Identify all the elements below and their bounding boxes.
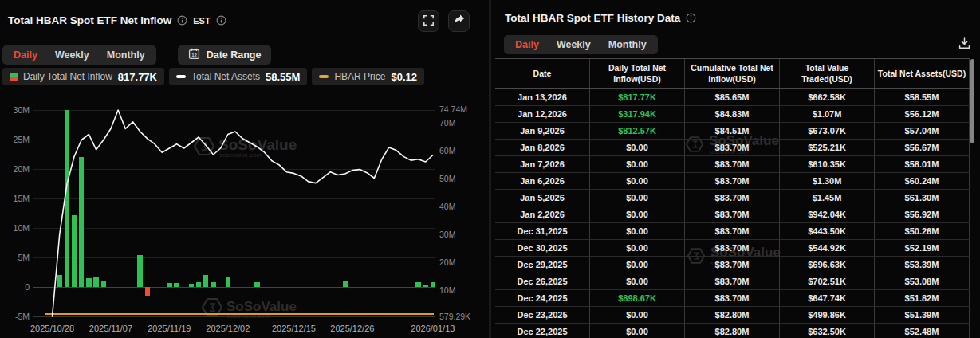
value-cell: $83.70M [685,290,780,306]
date-cell: Jan 8,2026 [495,140,590,155]
value-cell: $53.39M [875,257,970,273]
tab-daily[interactable]: Daily [506,35,548,54]
svg-text:-5M: -5M [15,312,30,321]
svg-text:2026/01/13: 2026/01/13 [411,324,455,333]
history-table-panel: Total HBAR Spot ETF History Data Daily W… [491,0,980,338]
value-cell: $1.45M [780,190,875,206]
value-cell: $0.00 [590,140,685,155]
value-cell: $83.70M [685,140,780,155]
svg-text:2025/12/26: 2025/12/26 [330,324,374,333]
value-cell: $50.26M [875,223,970,239]
value-cell: $58.55M [875,89,970,105]
value-cell: $83.70M [685,257,780,273]
value-cell: $82.80M [685,307,780,323]
column-header: Total Net Assets(USD) [875,59,970,88]
table-row: Jan 8,2026$0.00$83.70M$525.21K$56.67M [495,140,970,156]
svg-text:20M: 20M [14,164,30,174]
column-header: Daily Total Net Inflow(USD) [590,59,685,88]
info-icon[interactable] [216,15,226,26]
value-cell: $57.04M [875,123,970,139]
date-cell: Jan 6,2026 [495,173,590,189]
value-cell: $83.70M [685,240,780,256]
legend-label: Daily Total Net Inflow [23,71,112,82]
legend-label: HBAR Price [334,71,385,82]
legend-label: Total Net Assets [191,71,260,82]
timezone-label: EST [193,16,210,26]
fullscreen-button[interactable] [418,10,439,32]
svg-text:40M: 40M [439,202,455,211]
value-cell: $1.07M [780,106,875,122]
svg-text:sosovalue.com: sosovalue.com [219,151,262,159]
info-icon[interactable] [177,15,187,26]
value-cell: $56.67M [875,140,970,155]
value-cell: $84.51M [685,123,780,139]
table-row: Dec 30,2025$0.00$83.70M$544.92K$52.19M [495,240,970,257]
tab-weekly[interactable]: Weekly [548,35,600,54]
chart-legend: Daily Total Net Inflow 817.77K Total Net… [2,68,424,85]
legend-total-net-assets[interactable]: Total Net Assets 58.55M [169,68,307,85]
value-cell: $51.82M [875,290,970,306]
date-cell: Dec 23,2025 [495,307,590,323]
legend-hbar-price[interactable]: HBAR Price $0.12 [312,68,424,85]
chart-panel-header: Total HBAR Spot ETF Net Inflow EST [8,14,226,26]
date-cell: Jan 9,2026 [495,123,590,139]
value-cell: $84.83M [685,106,780,122]
assets-line-marker-icon [176,75,186,78]
column-header: Date [495,59,590,88]
tab-weekly[interactable]: Weekly [46,45,98,65]
info-icon[interactable] [686,13,696,23]
value-cell: $942.04K [780,206,875,222]
value-cell: $61.30M [875,190,970,206]
date-cell: Jan 13,2026 [495,89,590,105]
value-cell: $499.86K [780,307,875,323]
download-icon [958,41,971,53]
download-button[interactable] [956,35,973,54]
value-cell: $817.77K [590,89,685,105]
svg-text:74.74M: 74.74M [439,104,467,114]
svg-text:30M: 30M [14,105,30,115]
tab-monthly[interactable]: Monthly [98,45,154,65]
value-cell: $83.70M [685,223,780,239]
inflow-chart[interactable]: SoSoValuesosovalue.comSoSoValuesosovalue… [0,88,489,338]
tab-daily[interactable]: Daily [5,45,46,65]
date-cell: Jan 12,2026 [495,106,590,122]
share-button[interactable] [448,10,470,32]
svg-text:60M: 60M [439,146,455,155]
value-cell: $812.57K [590,123,685,139]
value-cell: $51.39M [875,307,970,323]
svg-text:15M: 15M [14,194,30,203]
svg-text:12: 12 [191,53,197,57]
fullscreen-icon [423,14,435,29]
legend-value: 58.55M [266,71,300,83]
svg-text:2025/12/15: 2025/12/15 [272,324,316,333]
svg-text:SoSoValue: SoSoValue [218,136,297,153]
column-header: Cumulative Total Net Inflow(USD) [685,59,780,88]
value-cell: $1.30M [780,173,875,189]
svg-text:2025/12/02: 2025/12/02 [206,324,250,333]
net-inflow-chart-panel: Total HBAR Spot ETF Net Inflow EST [0,0,489,338]
chart-title: Total HBAR Spot ETF Net Inflow [8,14,171,26]
value-cell: $0.00 [590,156,685,172]
tab-monthly[interactable]: Monthly [600,35,655,54]
chart-header-actions [418,10,470,32]
table-row: Jan 9,2026$812.57K$84.51M$673.07K$57.04M [495,123,970,140]
value-cell: $83.70M [685,206,780,222]
value-cell: $544.92K [780,240,875,256]
table-row: Dec 22,2025$0.00$82.80M$632.50K$52.48M [495,324,970,338]
table-scrollbar-thumb[interactable] [970,59,974,143]
value-cell: $58.01M [875,156,970,172]
value-cell: $0.00 [590,324,685,338]
value-cell: $696.63K [780,257,875,273]
table-row: Dec 29,2025$0.00$83.70M$696.63K$53.39M [495,257,970,273]
date-cell: Dec 22,2025 [495,324,590,338]
svg-text:0: 0 [25,282,30,292]
value-cell: $83.70M [685,190,780,206]
date-range-button[interactable]: 12 Date Range [178,45,272,65]
value-cell: $83.70M [685,173,780,189]
table-header-row: DateDaily Total Net Inflow(USD)Cumulativ… [495,58,970,89]
legend-daily-net-inflow[interactable]: Daily Total Net Inflow 817.77K [2,68,164,85]
value-cell: $52.19M [875,240,970,256]
value-cell: $56.92M [875,206,970,222]
table-row: Dec 23,2025$0.00$82.80M$499.86K$51.39M [495,307,970,324]
table-row: Dec 26,2025$0.00$83.70M$702.51K$53.08M [495,273,970,290]
